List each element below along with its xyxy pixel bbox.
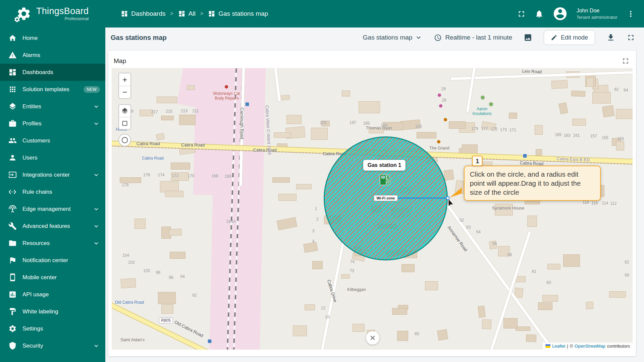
breadcrumb-label: All [189, 10, 196, 17]
antenna-icon [8, 205, 17, 213]
avatar[interactable] [552, 6, 568, 21]
building [170, 252, 186, 259]
draw-circle-button[interactable] [118, 134, 131, 146]
building [526, 335, 536, 342]
sidebar-item-white-labeling[interactable]: White labeling [0, 303, 105, 320]
building [187, 85, 195, 90]
square-icon [121, 120, 128, 127]
house-number: 170 [187, 174, 194, 178]
basemap-button[interactable] [119, 117, 130, 129]
sidebar-item-alarms[interactable]: Alarms [0, 47, 105, 64]
house-number: 3 [312, 229, 315, 233]
osm-link[interactable]: OpenStreetMap [575, 344, 605, 349]
sidebar-item-label: API usage [22, 291, 49, 298]
building [538, 302, 552, 310]
house-number: 96 [169, 275, 173, 280]
building [558, 102, 568, 114]
building [616, 141, 624, 150]
timewindow-button[interactable]: Realtime - last 1 minute [434, 34, 512, 42]
download-icon[interactable] [606, 33, 615, 42]
sidebar-item-entities[interactable]: Entities [0, 98, 105, 115]
building [516, 326, 530, 331]
sidebar-item-users[interactable]: Users [0, 149, 105, 166]
breadcrumb-item-gas-stations-map[interactable]: Gas stations map [208, 10, 268, 17]
sidebar-item-dashboards[interactable]: Dashboards [0, 64, 105, 81]
building [312, 261, 323, 269]
map-label: Sycamore House [492, 206, 519, 210]
thingsboard-logo[interactable]: ThingsBoard Professional [0, 6, 105, 21]
leaflet-link[interactable]: Leaflet [552, 344, 565, 349]
sidebar-item-notification-center[interactable]: Notification center [0, 252, 105, 269]
building [359, 101, 380, 113]
building [572, 119, 586, 126]
sidebar-item-edge-management[interactable]: Edge management [0, 200, 105, 218]
hint-step-badge: 1 [472, 156, 483, 166]
sidebar-item-security[interactable]: Security [0, 337, 105, 354]
gas-pump-marker-icon[interactable] [378, 173, 391, 186]
widget-title: Map [114, 57, 126, 65]
edit-mode-button[interactable]: Edit mode [544, 30, 595, 45]
house-number: 1 [315, 206, 317, 211]
more-menu-icon[interactable] [626, 9, 635, 18]
sidebar-item-customers[interactable]: Customers [0, 132, 105, 149]
sidebar-item-rule-chains[interactable]: Rule chains [0, 183, 105, 200]
close-hint-button[interactable] [366, 331, 379, 345]
building [392, 308, 407, 315]
apps-icon [8, 85, 17, 94]
widget-fullscreen-icon[interactable] [621, 57, 630, 65]
fullscreen-toggle-icon[interactable] [517, 9, 526, 18]
map-label: Cabra Road [142, 156, 164, 161]
breadcrumb-item-dashboards[interactable]: Dashboards [121, 10, 165, 17]
building [542, 295, 558, 302]
sidebar-item-solution-templates[interactable]: Solution templatesNEW [0, 81, 105, 98]
house-number: 168 [211, 174, 218, 178]
sidebar-item-mobile-center[interactable]: Mobile center [0, 269, 105, 286]
breadcrumb-label: Dashboards [131, 10, 165, 17]
chevron-down-icon [415, 34, 423, 42]
building [478, 306, 486, 318]
widget-header: Map [112, 54, 633, 68]
sidebar-item-label: Profiles [22, 120, 42, 127]
breadcrumb-item-all[interactable]: All [178, 10, 196, 17]
house-number: 153 [617, 136, 624, 141]
sidebar-item-label: Integrations center [22, 172, 70, 178]
zoom-in-button[interactable]: + [119, 73, 130, 86]
map-label: Aaron Insulations [468, 107, 496, 116]
building [274, 132, 290, 138]
sidebar-item-home[interactable]: Home [0, 29, 105, 47]
image-export-icon[interactable] [524, 33, 532, 42]
sidebar-item-api-usage[interactable]: API usage [0, 286, 105, 303]
clock-icon [434, 34, 442, 42]
dashboard-fullscreen-icon[interactable] [627, 33, 635, 42]
pencil-icon [551, 34, 557, 41]
building [278, 194, 297, 201]
notifications-bell-icon[interactable] [535, 9, 544, 18]
dashboard-select[interactable]: Gas stations map [363, 34, 423, 42]
sidebar-item-label: Security [22, 343, 43, 349]
sidebar-item-label: Home [22, 35, 38, 42]
house-number: 10 [325, 315, 329, 319]
sidebar-item-advanced-features[interactable]: Advanced features [0, 218, 105, 235]
breadcrumb: Dashboards>All>Gas stations map [121, 10, 268, 17]
map-label: Cabra Road [137, 141, 160, 146]
chevron-down-icon [93, 120, 100, 127]
map-label: Cabra Road [181, 142, 205, 147]
sidebar-item-resources[interactable]: Resources [0, 235, 105, 252]
mouse-cursor-icon [447, 199, 455, 207]
gas-station-label[interactable]: Gas station 1 [363, 160, 406, 171]
home-icon [8, 34, 17, 42]
sidebar-item-integrations-center[interactable]: Integrations center [0, 166, 105, 183]
sidebar-menu: HomeAlarmsDashboardsSolution templatesNE… [0, 27, 105, 362]
map-canvas[interactable]: Gas station 1 Wi-Fi zone Click on the ci… [112, 68, 633, 350]
user-info[interactable]: John Doe Tenant administrator [577, 7, 618, 20]
sidebar-item-settings[interactable]: Settings [0, 320, 105, 337]
shield-icon [8, 342, 17, 350]
sidebar-item-profiles[interactable]: Profiles [0, 115, 105, 132]
attribution-separator: | [567, 344, 568, 349]
building [551, 80, 568, 89]
house-number: 203 [320, 120, 327, 125]
pub-marker-icon [444, 118, 447, 121]
flag-icon [8, 256, 17, 264]
layers-button[interactable] [119, 105, 130, 117]
zoom-out-button[interactable]: − [119, 86, 130, 98]
